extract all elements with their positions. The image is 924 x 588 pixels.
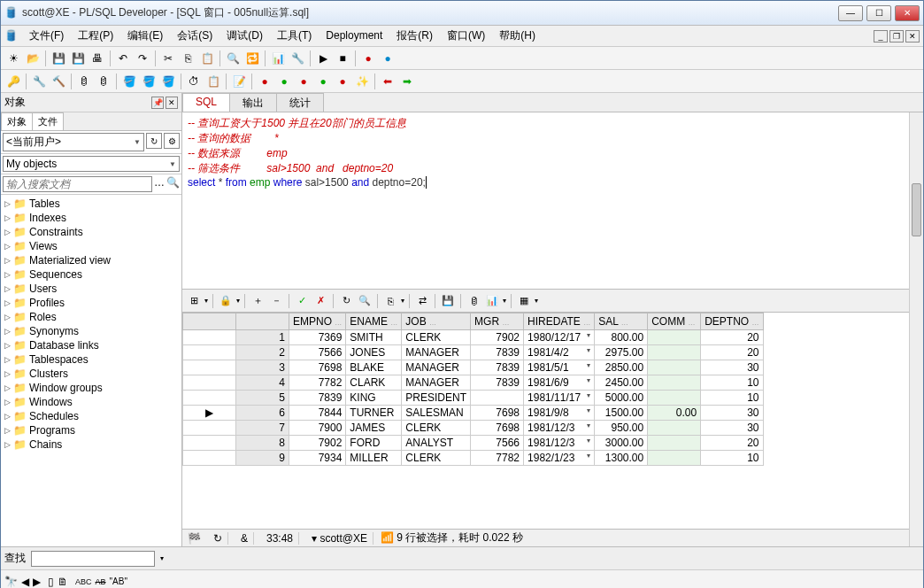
tree-node[interactable]: ▷📁Clusters xyxy=(4,367,178,381)
db2-icon[interactable]: 🛢 xyxy=(95,73,112,90)
close-button[interactable]: ✕ xyxy=(895,5,920,21)
find-input[interactable] xyxy=(31,551,155,567)
pin-icon[interactable]: 📌 xyxy=(151,97,164,109)
find-grid-icon[interactable]: 🔍 xyxy=(357,293,373,309)
table-row[interactable]: 97934MILLERCLERK77821982/1/231300.0010 xyxy=(183,451,764,466)
bucket2-icon[interactable]: 🪣 xyxy=(140,73,158,90)
cut-icon[interactable]: ✂ xyxy=(159,50,177,67)
tool-icon[interactable]: 🔧 xyxy=(289,50,306,67)
col-header[interactable]: COMM … xyxy=(648,313,701,330)
ab-literal[interactable]: "AB" xyxy=(110,576,127,586)
table-row[interactable]: 37698BLAKEMANAGER78391981/5/12850.0030 xyxy=(183,360,764,375)
del-row-icon[interactable]: － xyxy=(268,293,284,309)
add-row-icon[interactable]: ＋ xyxy=(250,293,266,309)
table-row[interactable]: 27566JONESMANAGER78391981/4/22975.0020 xyxy=(183,345,764,360)
abc-strike-icon[interactable]: AB xyxy=(96,577,106,586)
search-go-icon[interactable]: 🔍 xyxy=(166,176,180,192)
lock-icon[interactable]: 🔒 xyxy=(218,293,234,309)
next-icon[interactable]: ➡ xyxy=(398,73,416,90)
editor-scrollbar[interactable] xyxy=(909,112,923,546)
tree-node[interactable]: ▷📁Tables xyxy=(4,197,178,211)
db-grid-icon[interactable]: 🛢 xyxy=(466,293,481,309)
table-row[interactable]: 87902FORDANALYST75661981/12/33000.0020 xyxy=(183,436,764,451)
col-header[interactable]: EMPNO … xyxy=(289,313,346,330)
table-row[interactable]: 77900JAMESCLERK76981981/12/3950.0030 xyxy=(183,421,764,436)
find-icon[interactable]: 🔍 xyxy=(224,50,242,67)
new-icon[interactable]: ☀ xyxy=(4,50,22,67)
save-icon[interactable]: 💾 xyxy=(50,50,67,67)
menu-item[interactable]: 帮助(H) xyxy=(492,27,543,43)
col-header[interactable]: ENAME … xyxy=(346,313,402,330)
tree-node[interactable]: ▷📁Users xyxy=(4,282,178,296)
rollback-grid-icon[interactable]: ✗ xyxy=(312,293,328,309)
tree-node[interactable]: ▷📁Views xyxy=(4,239,178,253)
bucket1-icon[interactable]: 🪣 xyxy=(120,73,138,90)
col-header[interactable]: DEPTNO … xyxy=(701,313,763,330)
col-header[interactable]: MGR … xyxy=(471,313,524,330)
object-tree[interactable]: ▷📁Tables▷📁Indexes▷📁Constraints▷📁Views▷📁M… xyxy=(1,195,181,546)
menu-item[interactable]: 调试(D) xyxy=(219,27,270,43)
hammer-icon[interactable]: 🔨 xyxy=(50,73,67,90)
menu-item[interactable]: 工具(T) xyxy=(270,27,319,43)
magic-icon[interactable]: ✨ xyxy=(353,73,371,90)
dot3-icon[interactable]: ● xyxy=(295,73,312,90)
sql-editor[interactable]: -- 查询工资大于1500 并且在20部门的员工信息 -- 查询的数据 * --… xyxy=(182,112,923,290)
tree-node[interactable]: ▷📁Programs xyxy=(4,423,178,437)
copy-icon[interactable]: ⎘ xyxy=(179,50,196,67)
status-reload-icon[interactable]: ↻ xyxy=(208,532,228,545)
stop-icon[interactable]: ■ xyxy=(334,50,351,67)
table-row[interactable]: ▶67844TURNERSALESMAN76981981/9/81500.000… xyxy=(183,406,764,421)
wrench-icon[interactable]: 🔧 xyxy=(30,73,48,90)
result-grid[interactable]: EMPNO …ENAME …JOB …MGR …HIREDATE …SAL …C… xyxy=(182,313,923,529)
export-save-icon[interactable]: 💾 xyxy=(440,293,456,309)
task-icon[interactable]: 📋 xyxy=(204,73,222,90)
save-all-icon[interactable]: 💾 xyxy=(69,50,87,67)
mdi-min[interactable]: _ xyxy=(874,30,888,43)
tree-node[interactable]: ▷📁Profiles xyxy=(4,296,178,310)
gauge-icon[interactable]: ⏱ xyxy=(185,73,203,90)
refresh-icon[interactable]: ↻ xyxy=(146,133,162,149)
commit-grid-icon[interactable]: ✓ xyxy=(294,293,310,309)
menu-item[interactable]: 编辑(E) xyxy=(120,27,170,43)
doc-icon[interactable]: 🗎 xyxy=(58,576,68,588)
print-icon[interactable]: 🖶 xyxy=(89,50,106,67)
tree-node[interactable]: ▷📁Constraints xyxy=(4,225,178,239)
dot5-icon[interactable]: ● xyxy=(334,73,351,90)
table-icon[interactable]: ▦ xyxy=(516,293,532,309)
search-opt-icon[interactable]: … xyxy=(154,176,165,192)
dot4-icon[interactable]: ● xyxy=(314,73,332,90)
highlight-icon[interactable]: ▯ xyxy=(48,576,54,588)
config-icon[interactable]: ⚙ xyxy=(164,133,180,149)
schema-combo[interactable]: My objects xyxy=(3,156,180,172)
key-icon[interactable]: 🔑 xyxy=(4,73,22,90)
tree-node[interactable]: ▷📁Sequences xyxy=(4,267,178,282)
abc-lower-icon[interactable]: ABC xyxy=(75,577,92,586)
undo-icon[interactable]: ↶ xyxy=(114,50,132,67)
dot2-icon[interactable]: ● xyxy=(275,73,293,90)
note-icon[interactable]: 📝 xyxy=(230,73,248,90)
refresh-grid-icon[interactable]: ↻ xyxy=(338,293,354,309)
exec-icon[interactable]: ▶ xyxy=(314,50,332,67)
maximize-button[interactable]: ☐ xyxy=(866,5,891,21)
compare-icon[interactable]: ⇄ xyxy=(414,293,430,309)
menu-item[interactable]: Deployment xyxy=(319,27,389,43)
menu-item[interactable]: 会话(S) xyxy=(170,27,219,43)
tree-node[interactable]: ▷📁Database links xyxy=(4,338,178,352)
replace-icon[interactable]: 🔁 xyxy=(243,50,261,67)
redo-icon[interactable]: ↷ xyxy=(134,50,151,67)
open-icon[interactable]: 📂 xyxy=(24,50,42,67)
menu-item[interactable]: 工程(P) xyxy=(71,27,120,43)
tree-node[interactable]: ▷📁Indexes xyxy=(4,211,178,225)
table-row[interactable]: 57839KINGPRESIDENT1981/11/175000.0010 xyxy=(183,391,764,406)
tab-output[interactable]: 输出 xyxy=(229,93,277,112)
explain-icon[interactable]: 📊 xyxy=(269,50,287,67)
bt-prev-icon[interactable]: ◀ xyxy=(21,576,29,588)
tree-node[interactable]: ▷📁Synonyms xyxy=(4,324,178,338)
copy-grid-icon[interactable]: ⎘ xyxy=(382,293,398,309)
tree-node[interactable]: ▷📁Windows xyxy=(4,395,178,409)
rollback-icon[interactable]: ● xyxy=(379,50,397,67)
table-row[interactable]: 17369SMITHCLERK79021980/12/17800.0020 xyxy=(183,330,764,345)
dot1-icon[interactable]: ● xyxy=(256,73,273,90)
prev-icon[interactable]: ⬅ xyxy=(379,73,397,90)
db1-icon[interactable]: 🛢 xyxy=(75,73,93,90)
